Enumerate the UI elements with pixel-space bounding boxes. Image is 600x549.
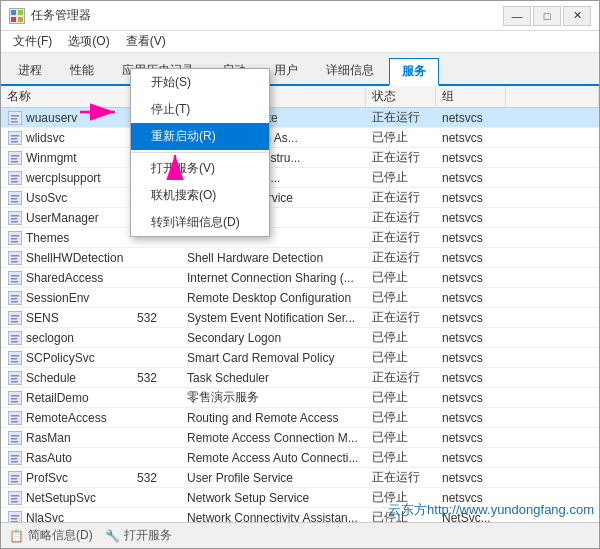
table-row[interactable]: Themes 正在运行 netsvcs <box>1 228 599 248</box>
svg-rect-53 <box>11 355 19 357</box>
svg-rect-10 <box>11 138 17 140</box>
service-icon <box>7 250 23 266</box>
service-icon <box>7 370 23 386</box>
svg-rect-25 <box>11 215 19 217</box>
cell-name: RemoteAccess <box>1 409 131 427</box>
table-row[interactable]: RetailDemo 零售演示服务 已停止 netsvcs <box>1 388 599 408</box>
context-menu-item-0[interactable]: 开始(S) <box>131 69 269 96</box>
svg-rect-74 <box>11 458 17 460</box>
cell-group: netsvcs <box>436 310 506 326</box>
table-row[interactable]: ProfSvc 532 User Profile Service 正在运行 ne… <box>1 468 599 488</box>
header-status[interactable]: 状态 <box>366 86 436 107</box>
status-bar: 📋 简略信息(D) 🔧 打开服务 <box>1 522 599 548</box>
table-row[interactable]: UsoSvc dministrator Service 正在运行 netsvcs <box>1 188 599 208</box>
svg-rect-87 <box>11 521 18 523</box>
cell-extra <box>506 457 599 459</box>
table-row[interactable]: Schedule 532 Task Scheduler 正在运行 netsvcs <box>1 368 599 388</box>
cell-status: 已停止 <box>366 128 436 147</box>
cell-extra <box>506 157 599 159</box>
context-menu-item-5[interactable]: 转到详细信息(D) <box>131 209 269 236</box>
menu-file[interactable]: 文件(F) <box>5 31 60 52</box>
svg-rect-9 <box>11 135 19 137</box>
table-row[interactable]: NetSetupSvc Network Setup Service 已停止 ne… <box>1 488 599 508</box>
svg-rect-63 <box>11 401 18 403</box>
menu-view[interactable]: 查看(V) <box>118 31 174 52</box>
cell-extra <box>506 497 599 499</box>
cell-extra <box>506 337 599 339</box>
svg-rect-82 <box>11 498 17 500</box>
context-menu-item-1[interactable]: 停止(T) <box>131 96 269 123</box>
close-button[interactable]: ✕ <box>563 6 591 26</box>
status-open-icon: 🔧 <box>105 529 120 543</box>
cell-status: 已停止 <box>366 448 436 467</box>
cell-status: 正在运行 <box>366 308 436 327</box>
svg-rect-0 <box>11 10 16 15</box>
context-menu-item-4[interactable]: 联机搜索(O) <box>131 182 269 209</box>
cell-status: 正在运行 <box>366 248 436 267</box>
cell-group: netsvcs <box>436 250 506 266</box>
table-row[interactable]: Winmgmt Management Instru... 正在运行 netsvc… <box>1 148 599 168</box>
status-brief[interactable]: 📋 简略信息(D) <box>9 527 93 544</box>
cell-group: netsvcs <box>436 330 506 346</box>
table-row[interactable]: NlaSvc Network Connectivity Assistan... … <box>1 508 599 522</box>
cell-group: netsvcs <box>436 470 506 486</box>
title-bar: 任务管理器 — □ ✕ <box>1 1 599 31</box>
minimize-button[interactable]: — <box>503 6 531 26</box>
svg-rect-84 <box>8 511 22 523</box>
tab-process[interactable]: 进程 <box>5 57 55 84</box>
table-row[interactable]: SENS 532 System Event Notification Ser..… <box>1 308 599 328</box>
tab-details[interactable]: 详细信息 <box>313 57 387 84</box>
context-menu-item-3[interactable]: 打开服务(V) <box>131 155 269 182</box>
svg-rect-45 <box>11 315 19 317</box>
table-row[interactable]: wlidsvc Account Sign-in As... 已停止 netsvc… <box>1 128 599 148</box>
cell-status: 已停止 <box>366 408 436 427</box>
menu-options[interactable]: 选项(O) <box>60 31 117 52</box>
service-icon <box>7 150 23 166</box>
svg-rect-35 <box>11 261 18 263</box>
cell-pid <box>131 437 181 439</box>
table-row[interactable]: RemoteAccess Routing and Remote Access 已… <box>1 408 599 428</box>
table-row[interactable]: ShellHWDetection Shell Hardware Detectio… <box>1 248 599 268</box>
svg-rect-15 <box>11 161 18 163</box>
header-name[interactable]: 名称 <box>1 86 131 107</box>
status-open-service[interactable]: 🔧 打开服务 <box>105 527 172 544</box>
cell-desc: Network Setup Service <box>181 490 366 506</box>
service-icon <box>7 510 23 523</box>
cell-group: netsvcs <box>436 370 506 386</box>
tab-services[interactable]: 服务 <box>389 58 439 86</box>
svg-rect-86 <box>11 518 17 520</box>
table-row[interactable]: SessionEnv Remote Desktop Configuration … <box>1 288 599 308</box>
cell-pid <box>131 357 181 359</box>
cell-group: NetSvc... <box>436 510 506 523</box>
service-icon <box>7 470 23 486</box>
table-row[interactable]: RasAuto Remote Access Auto Connecti... 已… <box>1 448 599 468</box>
table-row[interactable]: SCPolicySvc Smart Card Removal Policy 已停… <box>1 348 599 368</box>
svg-rect-47 <box>11 321 18 323</box>
table-body: wuauserv 532 Windows Update 正在运行 netsvcs… <box>1 108 599 522</box>
table-row[interactable]: UserManager 正在运行 netsvcs <box>1 208 599 228</box>
svg-rect-23 <box>11 201 18 203</box>
table-row[interactable]: SharedAccess Internet Connection Sharing… <box>1 268 599 288</box>
svg-rect-22 <box>11 198 17 200</box>
tab-performance[interactable]: 性能 <box>57 57 107 84</box>
cell-name: Themes <box>1 229 131 247</box>
table-row[interactable]: wuauserv 532 Windows Update 正在运行 netsvcs <box>1 108 599 128</box>
svg-rect-81 <box>11 495 19 497</box>
table-row[interactable]: wercplsupport orts and Solutio... 已停止 ne… <box>1 168 599 188</box>
cell-group: netsvcs <box>436 410 506 426</box>
header-group[interactable]: 组 <box>436 86 506 107</box>
cell-extra <box>506 277 599 279</box>
svg-rect-43 <box>11 301 18 303</box>
cell-group: netsvcs <box>436 350 506 366</box>
cell-pid <box>131 257 181 259</box>
cell-extra <box>506 177 599 179</box>
svg-rect-85 <box>11 515 19 517</box>
window-controls: — □ ✕ <box>503 6 591 26</box>
cell-name: NlaSvc <box>1 509 131 523</box>
table-row[interactable]: RasMan Remote Access Connection M... 已停止… <box>1 428 599 448</box>
maximize-button[interactable]: □ <box>533 6 561 26</box>
table-row[interactable]: seclogon Secondary Logon 已停止 netsvcs <box>1 328 599 348</box>
cell-desc: Network Connectivity Assistan... <box>181 510 366 523</box>
cell-name: SharedAccess <box>1 269 131 287</box>
context-menu-item-2[interactable]: 重新启动(R) <box>131 123 269 150</box>
